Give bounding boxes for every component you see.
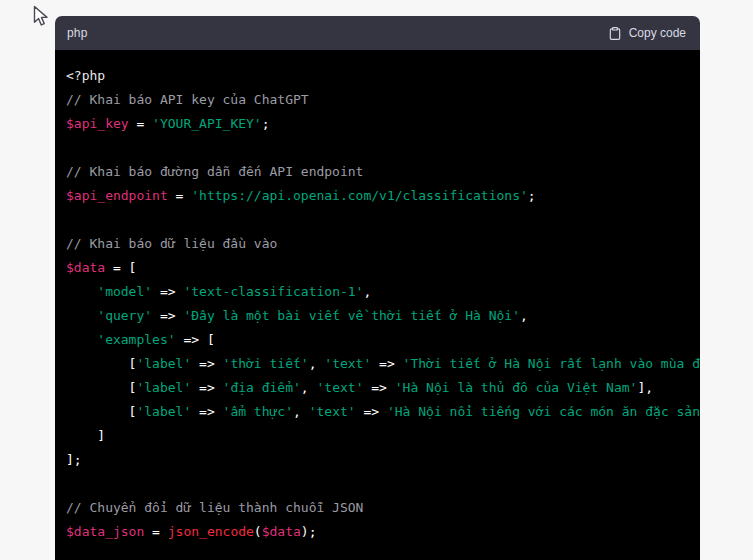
code-line: // Khai báo API key của ChatGPT — [66, 88, 689, 112]
copy-code-button[interactable]: Copy code — [608, 26, 686, 41]
code-line: $api_key = 'YOUR_API_KEY'; — [66, 112, 689, 136]
code-line: // Chuyển đổi dữ liệu thành chuỗi JSON — [66, 496, 689, 520]
code-line: ['label' => 'thời tiết', 'text' => 'Thời… — [66, 352, 689, 376]
code-line: ]; — [66, 448, 689, 472]
code-block-header: php Copy code — [55, 16, 700, 50]
code-line — [66, 472, 689, 496]
code-language-label: php — [67, 26, 88, 40]
code-line: 'query' => 'Đây là một bài viết về thời … — [66, 304, 689, 328]
copy-code-label: Copy code — [629, 26, 686, 40]
code-line — [66, 136, 689, 160]
code-line: $api_endpoint = 'https://api.openai.com/… — [66, 184, 689, 208]
code-block: php Copy code <?php// Khai báo API key c… — [55, 16, 700, 560]
code-line: <?php — [66, 64, 689, 88]
code-line: // Khai báo dữ liệu đầu vào — [66, 232, 689, 256]
code-line: // Khai báo đường dẫn đến API endpoint — [66, 160, 689, 184]
code-line: ] — [66, 424, 689, 448]
code-line: ['label' => 'ẩm thực', 'text' => 'Hà Nội… — [66, 400, 689, 424]
code-content: <?php// Khai báo API key của ChatGPT$api… — [66, 64, 689, 544]
code-line: $data_json = json_encode($data); — [66, 520, 689, 544]
code-line — [66, 208, 689, 232]
mouse-cursor-icon — [33, 5, 50, 28]
code-line: 'examples' => [ — [66, 328, 689, 352]
code-line: ['label' => 'địa điểm', 'text' => 'Hà Nộ… — [66, 376, 689, 400]
code-line: 'model' => 'text-classification-1', — [66, 280, 689, 304]
code-body: <?php// Khai báo API key của ChatGPT$api… — [55, 50, 700, 560]
code-line: $data = [ — [66, 256, 689, 280]
clipboard-icon — [608, 26, 622, 41]
